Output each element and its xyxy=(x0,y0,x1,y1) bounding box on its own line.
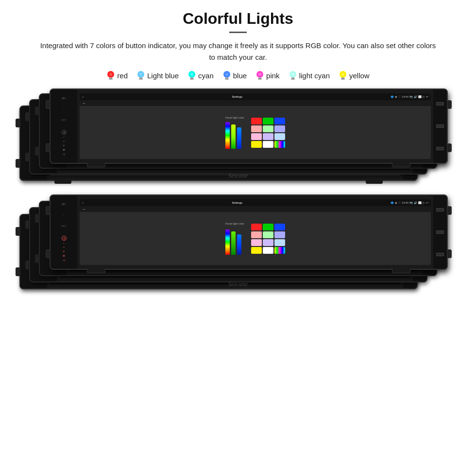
color-label-red: red xyxy=(117,71,128,80)
color-item-yellow: yellow xyxy=(339,70,370,81)
svg-rect-18 xyxy=(258,79,262,80)
color-item-pink: pink xyxy=(255,70,280,81)
svg-rect-22 xyxy=(291,79,295,80)
color-item-lightcyan: light cyan xyxy=(289,70,330,81)
blue-bulb-icon xyxy=(222,70,231,81)
svg-point-3 xyxy=(109,73,112,76)
red-bulb-icon xyxy=(106,70,115,81)
color-item-cyan: cyan xyxy=(187,70,214,81)
color-label-yellow: yellow xyxy=(349,71,370,80)
svg-point-23 xyxy=(291,73,294,76)
page-container: Colorful Lights Integrated with 7 colors… xyxy=(0,0,476,457)
title-divider xyxy=(229,32,247,33)
svg-point-11 xyxy=(190,73,193,76)
svg-point-15 xyxy=(225,73,228,76)
color-label-lightblue: Light blue xyxy=(147,71,179,80)
page-description: Integrated with 7 colors of button indic… xyxy=(39,40,437,63)
lightblue-bulb-icon xyxy=(136,70,145,81)
color-label-lightcyan: light cyan xyxy=(299,71,330,80)
cyan-bulb-icon xyxy=(187,70,196,81)
color-label-pink: pink xyxy=(266,71,280,80)
radio-unit-bot-front: MIC 1 RST ⏻ ← ⌂ ↩ ⊕ ◁ ⌂ xyxy=(50,194,448,270)
svg-rect-6 xyxy=(139,79,143,80)
svg-rect-10 xyxy=(190,79,194,80)
page-title: Colorful Lights xyxy=(183,10,293,28)
lightcyan-bulb-icon xyxy=(289,70,297,81)
color-label-cyan: cyan xyxy=(198,71,214,80)
bottom-radio-group: MIC 1 RST ⏻ ← ⌂ ↩ ⊕ ◁ xyxy=(19,194,457,297)
radio-unit-top-front: MIC 1 RST ⏻ ← ⌂ ↩ ⊕ ◁ ⌂ xyxy=(50,88,448,164)
color-item-lightblue: Light blue xyxy=(136,70,179,81)
color-item-blue: blue xyxy=(222,70,247,81)
top-radio-group: MIC RST ⏻ ← ⌂ ↩ ⊕ ◁ ⌂ Settings xyxy=(19,88,457,188)
svg-point-19 xyxy=(258,73,261,76)
color-label-blue: blue xyxy=(233,71,247,80)
color-item-red: red xyxy=(106,70,128,81)
svg-rect-14 xyxy=(225,79,229,80)
color-indicators-row: red Light blue cyan xyxy=(106,70,369,81)
yellow-bulb-icon xyxy=(339,70,347,81)
svg-point-7 xyxy=(139,73,142,76)
pink-bulb-icon xyxy=(255,70,264,81)
svg-rect-26 xyxy=(341,79,345,80)
svg-rect-2 xyxy=(109,79,113,80)
svg-point-27 xyxy=(341,73,344,76)
